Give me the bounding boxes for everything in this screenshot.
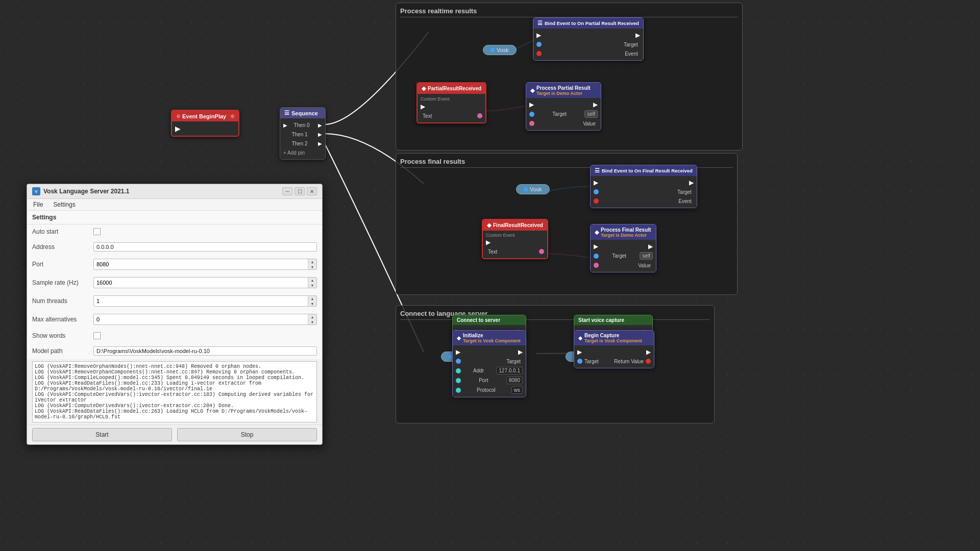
- partial-result-exec-out: ▶: [421, 103, 425, 110]
- vosk-form: Auto start: [27, 224, 322, 239]
- bind-final-event-label: Event: [678, 198, 692, 204]
- start-voice-header: Start voice capture: [574, 315, 652, 325]
- port-form-row: Port ▲ ▼: [27, 255, 322, 273]
- port-label: Port: [32, 261, 93, 268]
- panel-final: Process final results Vosk ☰ Bind Event …: [396, 153, 738, 295]
- maximize-button[interactable]: ☐: [295, 187, 305, 195]
- final-result-text-pin: [539, 249, 544, 254]
- process-partial-header: ◆ Process Partial Result Target is Demo …: [526, 83, 601, 98]
- bind-partial-event-pin: [536, 51, 542, 56]
- partial-result-label: PartialResultReceived: [428, 86, 481, 91]
- maxalt-up-btn[interactable]: ▲: [308, 314, 316, 319]
- process-final-label: Process Final Result: [601, 227, 651, 233]
- init-exec-out: ▶: [518, 348, 523, 356]
- log-line-5: LOG (VoskAPI:ComputeDerivedVars():ivecto…: [35, 403, 314, 409]
- settings-section-title: Settings: [27, 211, 322, 224]
- node-process-final: ◆ Process Final Result Target is Demo Ac…: [590, 224, 656, 272]
- numthreads-spin-btns: ▲ ▼: [308, 296, 316, 306]
- bind-final-exec-out: ▶: [689, 179, 694, 186]
- maxalt-down-btn[interactable]: ▼: [308, 319, 316, 324]
- samplerate-down-btn[interactable]: ▼: [308, 283, 316, 288]
- final-result-text-label: Text: [488, 249, 497, 255]
- process-final-self-badge: self: [640, 252, 653, 260]
- node-bind-final: ☰ Bind Event to On Final Result Received…: [590, 165, 697, 208]
- sequence-header: ☰ Sequence: [280, 108, 325, 118]
- panel-connect: Connect to language server Vosk Vosk Con…: [396, 305, 715, 423]
- numthreads-input[interactable]: [94, 296, 308, 306]
- vosk-oval-final: Vosk: [516, 184, 550, 194]
- log-line-6: LOG (VoskAPI:ReadDataFiles():model.cc:26…: [35, 409, 314, 420]
- init-exec-in: ▶: [456, 348, 460, 356]
- connect-server-header: Connect to server: [453, 315, 526, 325]
- partial-result-sub: Custom Event: [421, 96, 482, 102]
- address-input[interactable]: [93, 242, 317, 252]
- begin-capture-sub: Target is Vosk Component: [584, 338, 642, 343]
- vosk-menubar: File Settings: [27, 199, 322, 211]
- cap-exec-out: ▶: [646, 348, 651, 356]
- modelpath-label: Model path: [32, 347, 93, 355]
- init-addr-value: 127.0.0.1: [496, 367, 523, 374]
- process-partial-target-label: Target: [552, 111, 567, 117]
- numthreads-row: Num threads ▲ ▼: [32, 294, 317, 308]
- modelpath-input[interactable]: [93, 346, 317, 356]
- numthreads-label: Num threads: [32, 297, 93, 305]
- panel-realtime: Process realtime results Vosk ☰ Bind Eve…: [396, 3, 743, 151]
- showwords-checkbox[interactable]: [93, 332, 101, 339]
- init-proto-pin: [456, 388, 461, 393]
- samplerate-label: Sample rate (Hz): [32, 279, 93, 286]
- port-down-btn[interactable]: ▼: [308, 264, 316, 269]
- maxalt-input[interactable]: [94, 314, 308, 324]
- port-input[interactable]: [94, 259, 308, 269]
- bind-partial-exec-in: ▶: [536, 32, 541, 39]
- seq-then0-label: Then 0: [293, 122, 309, 128]
- final-result-sub: Custom Event: [486, 233, 544, 238]
- seq-then1-out: ▶: [318, 132, 322, 137]
- process-partial-self-badge: self: [584, 110, 598, 118]
- init-target-pin: [456, 359, 461, 364]
- node-process-partial: ◆ Process Partial Result Target is Demo …: [526, 82, 601, 131]
- menu-file[interactable]: File: [31, 200, 45, 209]
- init-port-label: Port: [479, 378, 488, 383]
- init-addr-label: Addr: [473, 368, 484, 373]
- start-button[interactable]: Start: [32, 428, 172, 441]
- log-line-1: LOG (VoskAPI:RemoveOrphanComponents():nn…: [35, 369, 314, 375]
- vosk-label-final: Vosk: [530, 186, 542, 192]
- begin-capture-label: Begin Capture: [584, 333, 619, 338]
- bind-final-event-pin: [594, 198, 599, 204]
- minimize-button[interactable]: ─: [282, 187, 292, 195]
- init-proto-label: Protocol: [477, 387, 496, 393]
- init-port-value: 8080: [506, 377, 523, 384]
- final-result-header: ◆ FinalResultReceived: [483, 220, 547, 231]
- auto-start-checkbox[interactable]: [93, 228, 101, 235]
- showwords-row: Show words: [32, 331, 317, 341]
- vosk-log: LOG (VoskAPI:RemoveOrphanNodes():nnet-nn…: [32, 361, 317, 422]
- process-partial-exec-out: ▶: [593, 101, 598, 108]
- port-spin-btns: ▲ ▼: [308, 259, 316, 269]
- seq-addpin-label[interactable]: + Add pin: [283, 150, 305, 156]
- auto-start-row: Auto start: [32, 227, 317, 237]
- partial-result-text-pin: [477, 113, 482, 118]
- process-partial-sub: Target is Demo Actor: [536, 91, 591, 96]
- numthreads-form-row: Num threads ▲ ▼: [27, 292, 322, 310]
- vosk-buttons: Start Stop: [27, 424, 322, 444]
- log-line-2: LOG (VoskAPI:CompileLooped():model.cc:34…: [35, 375, 314, 381]
- numthreads-up-btn[interactable]: ▲: [308, 296, 316, 301]
- panel-realtime-title: Process realtime results: [400, 7, 738, 17]
- samplerate-spin-btns: ▲ ▼: [308, 278, 316, 288]
- numthreads-spin: ▲ ▼: [93, 295, 317, 307]
- samplerate-input[interactable]: [94, 278, 308, 288]
- init-proto-value: ws: [511, 386, 523, 394]
- port-up-btn[interactable]: ▲: [308, 259, 316, 264]
- log-line-3: LOG (VoskAPI:ReadDataFiles():model.cc:23…: [35, 381, 314, 392]
- samplerate-up-btn[interactable]: ▲: [308, 278, 316, 283]
- node-bind-partial: ☰ Bind Event to On Partial Result Receiv…: [533, 17, 644, 61]
- bind-final-exec-in: ▶: [594, 179, 598, 186]
- samplerate-row: Sample rate (Hz) ▲ ▼: [32, 276, 317, 290]
- menu-settings[interactable]: Settings: [51, 200, 77, 209]
- close-button[interactable]: ✕: [307, 187, 317, 195]
- process-final-value-label: Value: [638, 263, 651, 268]
- stop-button[interactable]: Stop: [177, 428, 317, 441]
- vosk-dot-realtime: [491, 48, 495, 52]
- numthreads-down-btn[interactable]: ▼: [308, 301, 316, 306]
- exec-out-pin: ▶: [175, 124, 181, 133]
